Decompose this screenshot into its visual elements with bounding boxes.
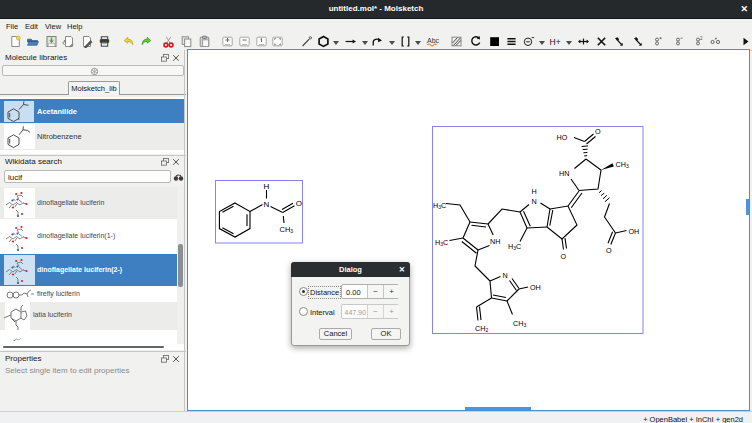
svg-text:HO: HO <box>557 133 568 142</box>
svg-text:CH2: CH2 <box>475 324 488 333</box>
svg-text:H: H <box>532 187 537 196</box>
svg-text:H: H <box>264 182 270 191</box>
svg-text:H3C: H3C <box>508 242 521 251</box>
svg-text:O: O <box>296 199 302 208</box>
svg-text:CH3: CH3 <box>616 160 629 169</box>
svg-text:O: O <box>561 252 567 261</box>
svg-text:Abc: Abc <box>427 37 440 44</box>
svg-text:OH: OH <box>629 227 640 236</box>
svg-text:N: N <box>503 271 508 280</box>
svg-text:N: N <box>264 200 270 209</box>
svg-text:CH3: CH3 <box>513 319 526 328</box>
svg-text:OH: OH <box>530 283 541 292</box>
svg-text:N: N <box>532 197 537 206</box>
svg-text:O: O <box>595 127 601 136</box>
svg-text:CH3: CH3 <box>280 225 294 235</box>
svg-text:HN: HN <box>559 169 569 178</box>
svg-text:H3C: H3C <box>433 201 446 210</box>
svg-text:NH: NH <box>490 237 500 246</box>
svg-text:O: O <box>606 246 612 255</box>
svg-text:H+: H+ <box>550 37 561 47</box>
svg-text:H3C: H3C <box>435 238 448 247</box>
svg-text:2: 2 <box>700 36 703 41</box>
